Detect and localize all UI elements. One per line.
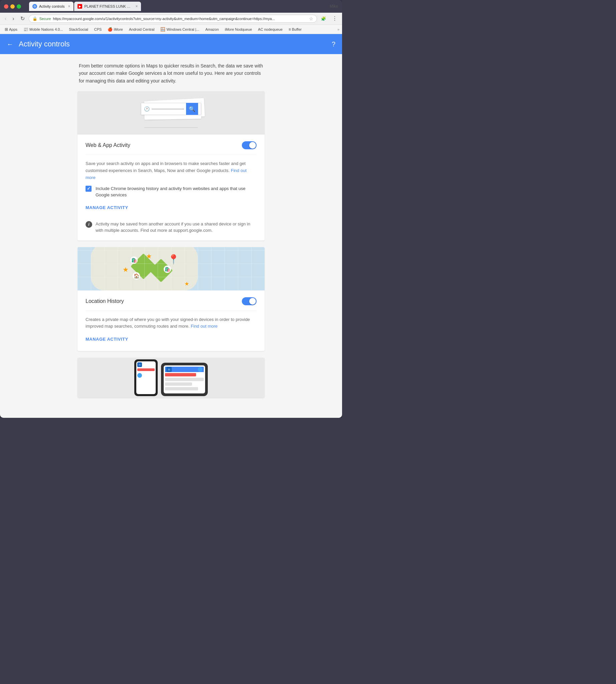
location-desc-text: Creates a private map of where you go wi… <box>86 317 250 329</box>
intro-text: From better commute options in Maps to q… <box>78 62 265 85</box>
tab-new-placeholder <box>141 2 151 11</box>
location-history-title: Location History <box>86 298 124 304</box>
tab-favicon-2: ▶ <box>78 4 82 9</box>
tablet-calendar-icon: 31 <box>167 367 172 372</box>
page-content: ← Activity controls ? From better commut… <box>0 34 342 418</box>
web-app-activity-body: Web & App Activity Save your search acti… <box>78 135 265 240</box>
bookmark-label-mobile-nations: Mobile Nations 4.0... <box>29 27 63 31</box>
map-star-1: ★ <box>146 252 152 260</box>
reload-button[interactable]: ↻ <box>18 14 27 23</box>
location-history-toggle[interactable] <box>242 297 257 305</box>
apps-icon: ⊞ <box>5 27 8 32</box>
bookmark-mobile-nations[interactable]: 📰 Mobile Nations 4.0... <box>21 26 65 32</box>
address-text: https://myaccount.google.com/u/1/activit… <box>53 17 307 21</box>
bookmark-cps[interactable]: CPS <box>92 27 104 32</box>
more-bookmarks[interactable]: » <box>337 27 339 31</box>
bookmark-label-wc: Windows Central |... <box>167 27 199 31</box>
bookmark-ac-node[interactable]: AC nodequeue <box>256 27 284 32</box>
bookmark-apps[interactable]: ⊞ Apps <box>3 26 19 32</box>
location-history-image: 📍 ★ ★ ★ 🛍️ 🏠 🛍️ <box>78 247 265 291</box>
tab-activity-controls[interactable]: G Activity controls × <box>29 2 73 11</box>
search-illustration: 🕐 🔍 <box>78 91 265 135</box>
maximize-button[interactable] <box>17 4 21 9</box>
checkbox-checkmark: ✓ <box>87 186 90 191</box>
search-papers: 🕐 🔍 <box>138 100 204 126</box>
forward-button[interactable]: › <box>10 14 16 23</box>
bookmark-imore[interactable]: 🍎 iMore <box>106 26 125 32</box>
extensions-button[interactable]: 🧩 <box>319 15 328 22</box>
secure-label: Secure <box>39 17 51 21</box>
location-find-out-more-link[interactable]: Find out more <box>191 324 218 329</box>
help-button[interactable]: ? <box>332 40 335 48</box>
search-cursor-line <box>152 109 184 109</box>
phone-red-bar <box>137 368 155 371</box>
search-button-illustration: 🔍 <box>186 103 198 115</box>
browser-window: G Activity controls × ▶ PLANET FITNESS L… <box>0 0 342 418</box>
close-button[interactable] <box>4 4 8 9</box>
bookmark-label-ac-node: AC nodequeue <box>258 27 282 31</box>
tabs-bar: G Activity controls × ▶ PLANET FITNESS L… <box>26 2 326 11</box>
location-manage-activity-link[interactable]: MANAGE ACTIVITY <box>86 337 128 342</box>
minimize-button[interactable] <box>10 4 15 9</box>
map-home-icon: 🏠 <box>133 272 140 280</box>
toggle-knob-1 <box>249 142 256 149</box>
bookmark-imore-node[interactable]: iMore Nodqueue <box>223 27 254 32</box>
location-history-body: Location History Creates a private map o… <box>78 291 265 351</box>
tablet-red-row <box>165 373 196 376</box>
web-app-info-row: i Activity may be saved from another acc… <box>86 217 257 234</box>
imore-icon: 🍎 <box>108 27 113 32</box>
phone-contact-icon <box>137 373 142 378</box>
traffic-lights <box>4 4 21 9</box>
bookmark-label-ac: Android Central <box>129 27 154 31</box>
chrome-history-checkbox-row: ✓ Include Chrome browsing history and ac… <box>86 185 257 198</box>
web-app-activity-card: 🕐 🔍 Web & App Activity <box>78 91 265 240</box>
mobile-nations-icon: 📰 <box>23 27 28 32</box>
toggle-slider-1 <box>242 141 257 149</box>
toggle-knob-2 <box>249 298 256 305</box>
address-bar[interactable]: 🔒 Secure https://myaccount.google.com/u/… <box>29 15 317 23</box>
main-content: From better commute options in Maps to q… <box>78 54 265 418</box>
tablet-grey-row-3 <box>165 387 198 391</box>
tab-close-2[interactable]: × <box>135 4 138 9</box>
map-shop-icon-1: 🛍️ <box>130 257 138 264</box>
back-arrow-button[interactable]: ← <box>7 40 13 48</box>
web-app-activity-toggle[interactable] <box>242 141 257 149</box>
web-app-activity-desc: Save your search activity on apps and in… <box>86 160 257 181</box>
bookmark-label-imore-node: iMore Nodqueue <box>225 27 252 31</box>
tab-close-1[interactable]: × <box>68 4 70 9</box>
search-shadow-line <box>144 127 198 128</box>
bookmark-star[interactable]: ☆ <box>309 16 313 21</box>
clock-icon: 🕐 <box>144 106 150 112</box>
bookmark-stacksocial[interactable]: StackSocial <box>67 27 90 32</box>
tab-title-2: PLANET FITNESS LUNK ALAR... <box>84 4 132 8</box>
bookmark-label-buffer: Buffer <box>292 27 302 31</box>
tablet-avatar <box>198 367 202 372</box>
map-star-2: ★ <box>123 266 129 273</box>
bookmark-label-cps: CPS <box>94 27 102 31</box>
web-app-activity-image: 🕐 🔍 <box>78 91 265 135</box>
bookmark-amazon[interactable]: Amazon <box>203 27 221 32</box>
bookmark-windows-central[interactable]: 🪟 Windows Central |... <box>158 26 201 32</box>
tablet-grey-row-2 <box>165 382 192 386</box>
web-app-desc-text: Save your search activity on apps and in… <box>86 161 245 173</box>
chrome-history-label: Include Chrome browsing history and acti… <box>95 185 257 198</box>
phone-device: 31 <box>134 359 158 396</box>
card-title-row-1: Web & App Activity <box>86 141 257 155</box>
phone-screen: 31 <box>136 361 156 394</box>
tablet-screen: 31 <box>164 366 205 393</box>
chrome-history-checkbox[interactable]: ✓ <box>86 186 91 192</box>
back-button[interactable]: ‹ <box>3 14 8 23</box>
menu-button[interactable]: ⋮ <box>330 14 339 23</box>
web-app-activity-title: Web & App Activity <box>86 142 130 148</box>
web-app-info-text: Activity may be saved from another accou… <box>95 221 257 234</box>
device-illustration: 31 31 <box>128 358 215 398</box>
card-title-row-2: Location History <box>86 297 257 311</box>
windows-central-icon: 🪟 <box>160 27 166 32</box>
bookmark-android-central[interactable]: Android Central <box>127 27 156 32</box>
tab-planet-fitness[interactable]: ▶ PLANET FITNESS LUNK ALAR... × <box>74 2 141 11</box>
bookmark-label-imore: iMore <box>114 27 123 31</box>
bookmark-buffer[interactable]: ≡ Buffer <box>287 26 304 32</box>
web-app-manage-activity-link[interactable]: MANAGE ACTIVITY <box>86 205 128 210</box>
bookmark-label-apps: Apps <box>9 27 17 31</box>
bookmark-label-stacksocial: StackSocial <box>69 27 88 31</box>
